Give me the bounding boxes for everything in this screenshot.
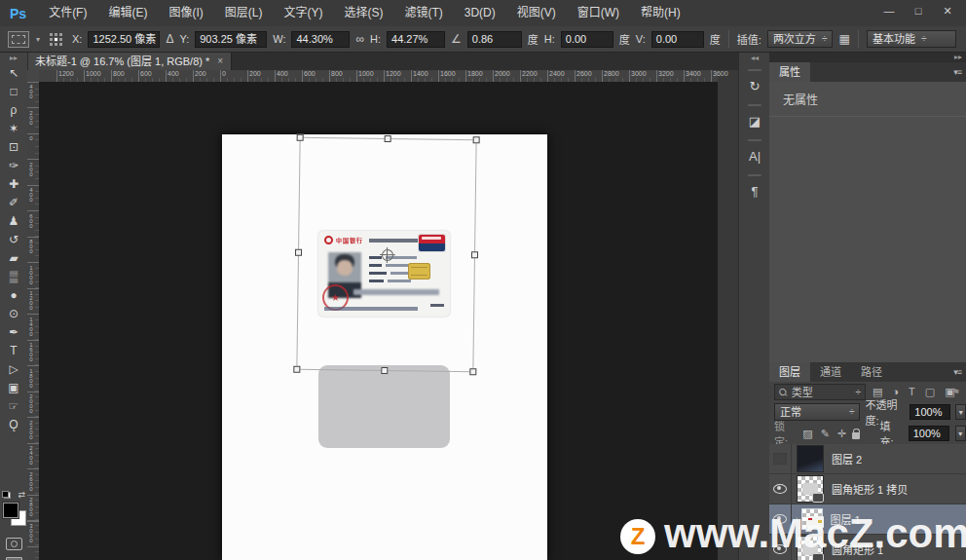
- lock-transparency-icon[interactable]: ▨: [802, 428, 812, 440]
- eye-hidden-icon[interactable]: [773, 453, 787, 465]
- shape-tool-icon[interactable]: ▣: [0, 378, 27, 396]
- tab-close-icon[interactable]: ×: [217, 53, 223, 70]
- warp-mode-icon[interactable]: ▦: [838, 32, 849, 46]
- tab-layers[interactable]: 图层: [769, 362, 810, 382]
- x-position-field[interactable]: 1252.50 像素: [88, 31, 160, 48]
- relative-position-icon[interactable]: Δ: [166, 32, 173, 46]
- rotation-field[interactable]: 0.86: [467, 31, 522, 48]
- toolbar-collapse-icon[interactable]: ▸▸: [0, 53, 27, 63]
- transform-reference-point[interactable]: [382, 249, 393, 261]
- transform-handle-bottom-right[interactable]: [469, 368, 476, 375]
- document-tab[interactable]: 未标题-1 @ 16.7% (图层 1, RGB/8) * ×: [27, 53, 232, 70]
- menu-item-0[interactable]: 文件(F): [38, 0, 97, 26]
- transform-handle-bottom-center[interactable]: [381, 367, 388, 374]
- lasso-tool-icon[interactable]: ρ: [0, 100, 27, 119]
- history-brush-tool-icon[interactable]: ↺: [0, 230, 27, 248]
- crop-tool-icon[interactable]: ⊡: [0, 137, 27, 156]
- y-position-field[interactable]: 903.25 像素: [195, 31, 267, 48]
- gradient-tool-icon[interactable]: ▒: [0, 267, 27, 285]
- layer-thumbnail[interactable]: [797, 536, 824, 560]
- menu-item-7[interactable]: 3D(D): [454, 0, 506, 26]
- paragraph-panel-icon[interactable]: ¶: [739, 178, 770, 204]
- opacity-dropdown-icon[interactable]: ▾: [955, 404, 966, 420]
- height-scale-field[interactable]: 44.27%: [387, 31, 445, 48]
- layer-thumbnail[interactable]: [797, 475, 824, 503]
- foreground-color-swatch[interactable]: [3, 503, 19, 518]
- hand-tool-icon[interactable]: ☞: [0, 396, 27, 415]
- eyedropper-tool-icon[interactable]: ✑: [0, 156, 27, 174]
- lock-all-icon[interactable]: [852, 432, 860, 439]
- layer-row-3[interactable]: 圆角矩形 1: [769, 535, 966, 560]
- link-dimensions-icon[interactable]: ∞: [355, 32, 364, 46]
- layer-row-1[interactable]: 圆角矩形 1 拷贝: [769, 474, 966, 504]
- v-skew-field[interactable]: 0.00: [651, 31, 704, 48]
- filter-pin-icon[interactable]: ⚑: [951, 387, 960, 397]
- zoom-tool-icon[interactable]: Ǫ: [0, 415, 27, 433]
- panel-collapse-icon[interactable]: ▸▸: [954, 53, 962, 62]
- transform-handle-middle-left[interactable]: [295, 249, 302, 256]
- fill-field[interactable]: 100%: [909, 426, 949, 441]
- transform-handle-middle-right[interactable]: [471, 251, 478, 258]
- swap-colors-icon[interactable]: ⇄: [18, 490, 25, 500]
- rounded-rectangle-shape[interactable]: [318, 365, 450, 448]
- layer-thumbnail[interactable]: [797, 445, 824, 472]
- tab-paths[interactable]: 路径: [851, 362, 892, 382]
- eye-icon[interactable]: [773, 514, 787, 524]
- brush-tool-icon[interactable]: ✐: [0, 193, 27, 211]
- menu-item-8[interactable]: 视图(V): [506, 0, 567, 26]
- layer-row-2[interactable]: ↓图层 1: [769, 504, 966, 535]
- menu-item-4[interactable]: 文字(Y): [273, 0, 333, 26]
- visibility-toggle[interactable]: [769, 504, 792, 534]
- marquee-tool-icon[interactable]: □: [0, 82, 27, 100]
- menu-item-3[interactable]: 图层(L): [214, 0, 274, 26]
- filter-shape-icon[interactable]: ▢: [925, 386, 935, 398]
- menu-item-5[interactable]: 选择(S): [333, 0, 393, 26]
- close-button[interactable]: ✕: [933, 0, 962, 21]
- h-skew-field[interactable]: 0.00: [561, 31, 613, 48]
- opacity-field[interactable]: 100%: [910, 404, 950, 420]
- layer-row-0[interactable]: 图层 2: [769, 444, 966, 474]
- eye-icon[interactable]: [773, 544, 787, 554]
- transform-tool-badge[interactable]: [8, 31, 29, 48]
- tab-properties[interactable]: 属性: [769, 62, 810, 82]
- reference-point-locator[interactable]: [50, 33, 62, 46]
- blur-tool-icon[interactable]: ●: [0, 285, 27, 304]
- transform-handle-top-left[interactable]: [297, 134, 304, 141]
- default-swap-colors[interactable]: ⇄: [2, 489, 25, 501]
- dock-expand-icon[interactable]: ◂◂: [739, 53, 770, 63]
- clone-stamp-tool-icon[interactable]: ♟: [0, 211, 27, 230]
- visibility-toggle[interactable]: [769, 535, 792, 560]
- eye-icon[interactable]: [773, 484, 787, 494]
- eraser-tool-icon[interactable]: ▰: [0, 248, 27, 267]
- interpolation-select[interactable]: 两次立方 ÷: [767, 30, 834, 48]
- dodge-tool-icon[interactable]: ⊙: [0, 304, 27, 322]
- canvas-area[interactable]: 中国银行 ★: [39, 82, 718, 560]
- workspace-switcher[interactable]: 基本功能 ÷: [867, 30, 956, 48]
- filter-type-icon[interactable]: T: [909, 386, 915, 398]
- properties-menu-icon[interactable]: ▾≡: [953, 67, 961, 77]
- visibility-toggle[interactable]: [769, 444, 792, 473]
- minimize-button[interactable]: —: [874, 0, 904, 21]
- visibility-toggle[interactable]: [769, 474, 792, 504]
- menu-item-2[interactable]: 图像(I): [158, 0, 213, 26]
- lock-position-icon[interactable]: ✛: [837, 428, 846, 440]
- layer-filter-select[interactable]: Ǫ 类型 ÷: [774, 384, 866, 400]
- tab-channels[interactable]: 通道: [810, 362, 851, 382]
- lock-pixels-icon[interactable]: ✎: [821, 428, 830, 440]
- healing-brush-tool-icon[interactable]: ✚: [0, 174, 27, 193]
- magic-wand-tool-icon[interactable]: ✶: [0, 119, 27, 137]
- default-colors-icon[interactable]: [2, 491, 11, 499]
- character-panel-icon[interactable]: A|: [739, 143, 770, 168]
- menu-item-1[interactable]: 编辑(E): [97, 0, 158, 26]
- quick-mask-button[interactable]: [6, 538, 22, 550]
- menu-item-10[interactable]: 帮助(H): [630, 0, 691, 26]
- free-transform-box[interactable]: [296, 137, 476, 373]
- transform-handle-bottom-left[interactable]: [293, 366, 300, 373]
- transform-handle-top-right[interactable]: [473, 136, 480, 143]
- layer-thumbnail[interactable]: [801, 508, 823, 530]
- fill-dropdown-icon[interactable]: ▾: [955, 426, 966, 441]
- restore-button[interactable]: □: [904, 0, 933, 21]
- type-tool-icon[interactable]: T: [0, 341, 27, 359]
- width-scale-field[interactable]: 44.30%: [291, 31, 350, 48]
- history-panel-icon[interactable]: ↻: [739, 73, 770, 98]
